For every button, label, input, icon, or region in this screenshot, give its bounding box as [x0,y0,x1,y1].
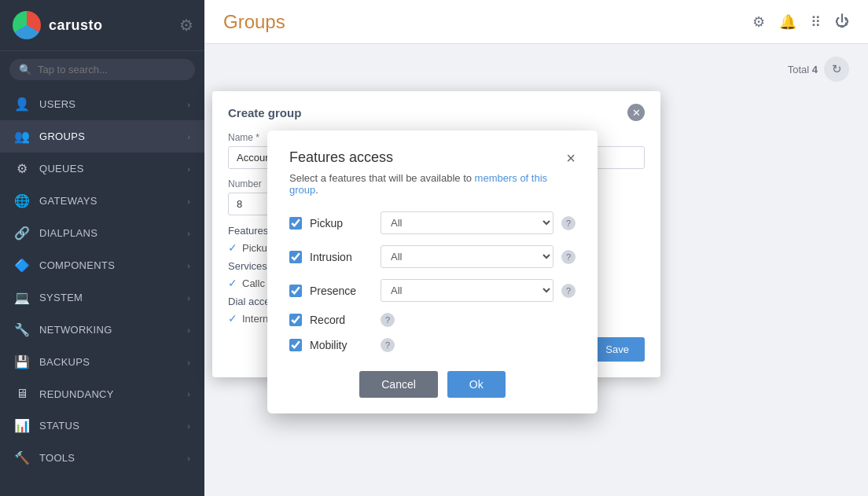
presence-label: Presence [310,285,373,297]
features-ok-button[interactable]: Ok [447,371,506,398]
system-icon: 💻 [14,290,30,305]
chevron-right-icon: › [187,100,190,109]
settings-icon[interactable]: ⚙ [752,13,765,31]
sidebar-item-networking[interactable]: 🔧 NETWORKING › [0,314,204,346]
chevron-right-icon-dialplans: › [187,229,190,238]
users-icon: 👤 [14,97,30,112]
search-box[interactable]: 🔍 [9,59,195,80]
dialplans-icon: 🔗 [14,226,30,241]
create-group-title: Create group [228,106,301,119]
sidebar-item-backups[interactable]: 💾 BACKUPS › [0,346,204,378]
presence-checkbox[interactable] [289,285,302,297]
pickup-checkbox[interactable] [289,217,302,230]
record-help-icon[interactable]: ? [381,313,395,327]
check-icon-dial: ✓ [228,312,237,325]
pickup-label: Pickup [310,217,373,230]
gear-icon[interactable]: ⚙ [179,16,193,35]
feature-row-intrusion: Intrusion All ? [289,245,576,268]
create-group-save-button[interactable]: Save [590,337,645,362]
topbar: Groups ⚙ 🔔 ⠿ ⏻ [204,0,868,44]
features-access-modal: Features access × Select a features that… [267,130,598,413]
check-icon-pickup: ✓ [228,241,237,254]
feature-row-record: Record ? [289,313,576,327]
features-cancel-button[interactable]: Cancel [359,371,438,398]
topbar-icons: ⚙ 🔔 ⠿ ⏻ [752,13,849,31]
mobility-label: Mobility [310,339,373,351]
chevron-right-icon-networking: › [187,325,190,335]
sidebar-item-queues[interactable]: ⚙ QUEUES › [0,152,204,185]
sidebar-label-gateways: GATEWAYS [39,195,97,207]
sidebar-item-tools[interactable]: 🔨 TOOLS › [0,442,204,474]
groups-icon: 👥 [14,129,30,144]
queues-icon: ⚙ [14,161,30,176]
presence-help-icon[interactable]: ? [561,284,576,298]
content-header: Total 4 ↻ [223,57,849,82]
total-label: Total 4 [788,64,818,75]
chevron-right-icon-backups: › [187,358,190,367]
sidebar-label-groups: GROUPS [39,130,85,142]
networking-icon: 🔧 [14,322,30,337]
content-area: Total 4 ↻ Create group ✕ Name * Descript… [204,44,868,496]
backups-icon: 💾 [14,355,30,369]
intrusion-select[interactable]: All [381,245,554,268]
intrusion-checkbox[interactable] [289,251,302,263]
sidebar: carusto ⚙ 🔍 👤 USERS › 👥 GROUPS › ⚙ QUEUE… [0,0,204,496]
feature-row-mobility: Mobility ? [289,338,576,352]
logo-text: carusto [49,17,103,34]
service-item-label: Callc [242,277,265,289]
sidebar-item-system[interactable]: 💻 SYSTEM › [0,281,204,314]
sidebar-item-gateways[interactable]: 🌐 GATEWAYS › [0,185,204,217]
create-group-modal-header: Create group ✕ [228,104,645,121]
sidebar-item-status[interactable]: 📊 STATUS › [0,410,204,442]
gateways-icon: 🌐 [14,193,30,208]
features-modal-footer: Cancel Ok [289,371,576,398]
chevron-right-icon-system: › [187,293,190,303]
intrusion-help-icon[interactable]: ? [561,250,576,264]
grid-icon[interactable]: ⠿ [811,13,821,31]
status-icon: 📊 [14,418,30,433]
chevron-right-icon-status: › [187,421,190,431]
components-icon: 🔷 [14,258,30,273]
check-icon-service: ✓ [228,277,237,289]
sidebar-label-backups: BACKUPS [39,356,90,368]
power-icon[interactable]: ⏻ [835,13,849,30]
presence-select[interactable]: All [381,279,554,302]
sidebar-label-users: USERS [39,98,75,110]
mobility-help-icon[interactable]: ? [381,338,395,352]
features-subtitle-highlight: members of this group [289,172,547,196]
search-input[interactable] [38,64,186,75]
features-modal-subtitle: Select a features that will be available… [289,172,576,196]
create-group-close-button[interactable]: ✕ [627,104,645,121]
tools-icon: 🔨 [14,450,30,465]
main-content: Groups ⚙ 🔔 ⠿ ⏻ Total 4 ↻ Create group ✕ … [204,0,868,496]
features-modal-title: Features access [289,149,393,166]
sidebar-item-redundancy[interactable]: 🖥 REDUNDANCY › [0,378,204,410]
sidebar-logo: carusto ⚙ [0,0,204,51]
pickup-select[interactable]: All [381,211,554,234]
total-badge: Total 4 ↻ [788,57,849,82]
logo-icon [13,11,41,39]
feature-row-pickup: Pickup All ? [289,211,576,234]
feature-row-presence: Presence All ? [289,279,576,302]
sidebar-label-status: STATUS [39,420,79,432]
refresh-button[interactable]: ↻ [824,57,849,82]
sidebar-item-components[interactable]: 🔷 COMPONENTS › [0,249,204,281]
mobility-checkbox[interactable] [289,339,302,351]
sidebar-label-dialplans: DIALPLANS [39,227,97,239]
sidebar-label-tools: TOOLS [39,452,75,464]
record-label: Record [310,314,373,326]
sidebar-label-system: SYSTEM [39,292,83,303]
sidebar-item-groups[interactable]: 👥 GROUPS › [0,120,204,152]
features-modal-close-button[interactable]: × [566,150,576,166]
notifications-icon[interactable]: 🔔 [779,13,796,31]
search-icon: 🔍 [19,64,31,75]
intrusion-label: Intrusion [310,251,373,263]
chevron-right-icon-queues: › [187,164,190,174]
record-checkbox[interactable] [289,314,302,326]
sidebar-item-users[interactable]: 👤 USERS › [0,88,204,120]
sidebar-label-queues: QUEUES [39,163,84,175]
chevron-right-icon-redundancy: › [187,389,190,399]
sidebar-item-dialplans[interactable]: 🔗 DIALPLANS › [0,217,204,249]
sidebar-label-networking: NETWORKING [39,324,112,336]
pickup-help-icon[interactable]: ? [561,216,576,230]
